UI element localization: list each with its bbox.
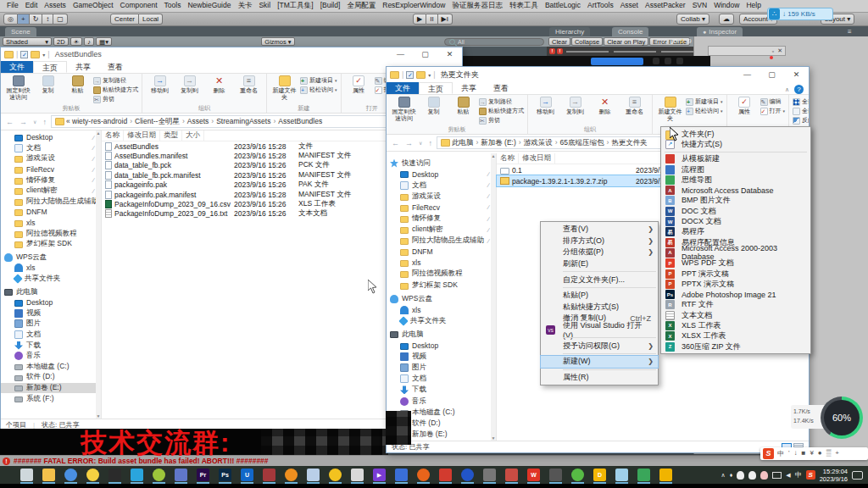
ribbon-button[interactable]: 重命名 <box>620 97 648 125</box>
minimize-button[interactable]: — <box>388 47 413 61</box>
context-menu-item[interactable]: ❯ <box>563 287 656 288</box>
ribbon-button[interactable]: 移动到 <box>146 75 174 103</box>
ribbon-button[interactable]: 固定到快速访问 <box>4 75 32 103</box>
taskbar-icon-gallery[interactable] <box>307 469 320 481</box>
breadcrumb-segment[interactable]: 此电脑› <box>452 138 481 148</box>
sidebar-item[interactable]: xls ∕ <box>387 304 496 315</box>
close-icon[interactable]: ✕ <box>777 47 782 54</box>
tab-hierarchy[interactable]: Hierarchy <box>549 27 590 36</box>
submenu-item[interactable]: P PPT 演示文稿 <box>661 269 810 279</box>
forward-button[interactable]: → <box>18 118 29 126</box>
context-menu-item[interactable]: 分组依据(P) ❯ <box>541 247 658 258</box>
taskbar-icon-wechat[interactable] <box>571 469 584 481</box>
taskbar-icon-yellow-box-app[interactable] <box>659 469 672 481</box>
minimize-button[interactable]: — <box>735 68 760 81</box>
menu-item[interactable]: 关卡 <box>234 1 255 11</box>
submenu-item[interactable]: Z 360压缩 ZIP 文件 <box>661 341 810 352</box>
sidebar-item[interactable]: Desktop ∕ <box>387 169 496 180</box>
taskbar-icon-chrome[interactable] <box>64 469 77 481</box>
ribbon-button[interactable]: 复制 <box>420 97 448 125</box>
taskbar-clock[interactable]: 15:29:04 2023/9/16 <box>820 468 848 483</box>
breadcrumb[interactable]: « wiety-res-android›Client--全明星›Assets›S… <box>51 115 426 128</box>
pivot-local-button[interactable]: Local <box>139 14 163 25</box>
step-button[interactable]: ▶I <box>438 14 453 25</box>
tab-home[interactable]: 主页 <box>419 82 453 94</box>
taskbar-icon-red-app[interactable] <box>439 469 452 481</box>
taskbar-icon-monitor-app[interactable] <box>549 469 562 481</box>
ribbon-button[interactable]: 轻松访问 <box>686 107 723 115</box>
menu-item[interactable]: Component <box>117 1 161 11</box>
history-dropdown[interactable]: ∨ <box>31 119 38 125</box>
taskbar-icon-calculator[interactable] <box>395 469 408 481</box>
taskbar-icon-emoji-app[interactable] <box>329 469 342 481</box>
taskbar-icon-unity[interactable] <box>108 469 121 481</box>
ribbon-button[interactable]: 复制到 <box>175 75 203 103</box>
newfolder-qat-icon[interactable] <box>416 71 426 79</box>
context-menu-item[interactable]: 自定义文件夹(F)... ❯ <box>541 274 658 286</box>
sidebar-item[interactable]: FileRecv ∕ <box>387 202 496 213</box>
console-button[interactable]: Clear <box>548 37 570 46</box>
menu-item[interactable]: ResExploerWindow <box>379 1 448 11</box>
sidebar-item[interactable]: 新加卷 (E:) ∕ <box>1 383 101 394</box>
taskbar-icon-im-tool[interactable] <box>505 469 518 481</box>
sidebar-scrollbar[interactable]: ▲▼ <box>96 130 101 419</box>
column-header[interactable]: 名称 <box>102 130 124 141</box>
properties-qat-icon[interactable]: ✓ <box>20 51 28 58</box>
sidebar-item[interactable]: 文档 ∕ <box>1 330 101 341</box>
sidebar-item[interactable]: Desktop ∕ <box>1 297 101 308</box>
submenu-item[interactable]: A Microsoft Access 2000-2003 Database <box>661 247 810 258</box>
breadcrumb-segment[interactable]: 热更文件夹› <box>611 138 648 148</box>
sidebar-item[interactable]: xls ∕ <box>1 218 101 229</box>
sidebar-item[interactable]: 软件 (D:) ∕ <box>1 372 101 383</box>
sidebar-item[interactable]: 游戏策设 ∕ <box>387 191 496 202</box>
menu-item[interactable]: 全局配置 <box>343 1 379 11</box>
sidebar-item[interactable]: 此电脑 ∕ <box>1 286 101 297</box>
submenu-item[interactable]: W DOCX 文档 <box>661 216 810 226</box>
ribbon-button[interactable]: 剪切 <box>479 116 524 125</box>
sogou-input-toolbar[interactable]: S 中'↓■¥●▒+ <box>760 447 868 460</box>
sidebar-item[interactable]: 阿拉德视频教程 ∕ <box>387 269 496 280</box>
menu-item[interactable]: Window <box>710 1 743 11</box>
submenu-item[interactable] <box>665 152 807 152</box>
submenu-item[interactable]: B BMP 图片文件 <box>661 196 810 206</box>
collapse-ribbon-icon[interactable]: ∧ <box>785 86 789 93</box>
submenu-item[interactable]: Ps Adobe Photoshop Image 21 <box>661 289 810 299</box>
ribbon-button[interactable]: 属性 <box>731 97 759 125</box>
sidebar-item[interactable]: 文档 ∕ <box>387 374 496 385</box>
context-menu-item[interactable]: 粘贴快捷方式(S) ❯ <box>541 302 658 313</box>
console-log-area[interactable]: ! ! <box>547 47 708 56</box>
context-menu-item[interactable]: ❯ <box>563 353 656 354</box>
ime-indicator[interactable]: 中 <box>795 470 802 480</box>
ribbon-button[interactable]: 全部取消 <box>793 107 809 115</box>
menu-item[interactable]: Tools <box>161 1 185 11</box>
move-tool-button[interactable]: + <box>18 14 30 25</box>
console-button[interactable]: Collapse <box>571 37 603 46</box>
taskbar-icon-contacts[interactable] <box>175 469 187 481</box>
taskbar-icon-photoshop[interactable]: Ps <box>219 469 231 481</box>
ribbon-button[interactable]: 打开 <box>760 107 786 115</box>
history-dropdown[interactable]: ∨ <box>417 140 424 146</box>
volume-icon[interactable]: ◀ <box>786 472 790 479</box>
sidebar-item[interactable]: 快速访问 ∕ <box>387 158 496 169</box>
submenu-item[interactable]: 文件夹(F) <box>661 129 810 139</box>
titlebar[interactable]: | ✓ ▾ | 热更文件夹 — ▢ ✕ <box>387 67 809 82</box>
qq-icon[interactable] <box>737 471 744 480</box>
restore-icon[interactable]: ▫ <box>772 48 774 54</box>
ribbon-button[interactable]: 全部选择 <box>793 97 809 106</box>
qq-icon[interactable] <box>748 471 756 480</box>
sidebar-item[interactable]: 共享文件夹 ∕ <box>1 274 101 285</box>
taskbar-icon-search-tool[interactable] <box>285 469 298 481</box>
menu-item[interactable]: Skil <box>255 1 274 11</box>
display-icon[interactable] <box>772 472 782 479</box>
sidebar-item[interactable]: client解密 ∕ <box>387 225 496 236</box>
ribbon-button[interactable]: 复制 <box>34 75 62 103</box>
column-header[interactable]: 大小 <box>182 130 204 141</box>
sidebar-item[interactable]: 下载 ∕ <box>1 340 101 351</box>
newfolder-qat-icon[interactable] <box>31 51 40 58</box>
tab-console[interactable]: Console <box>612 27 648 36</box>
taskbar-icon-dingtalk[interactable]: D <box>593 469 606 481</box>
ribbon-button[interactable]: 新建文件夹 <box>656 97 684 125</box>
lighting-toggle[interactable]: ☀ <box>70 37 83 46</box>
sidebar-item[interactable]: 梦幻框架 SDK ∕ <box>1 239 101 250</box>
submenu-item[interactable]: X XLS 工作表 <box>661 320 810 330</box>
